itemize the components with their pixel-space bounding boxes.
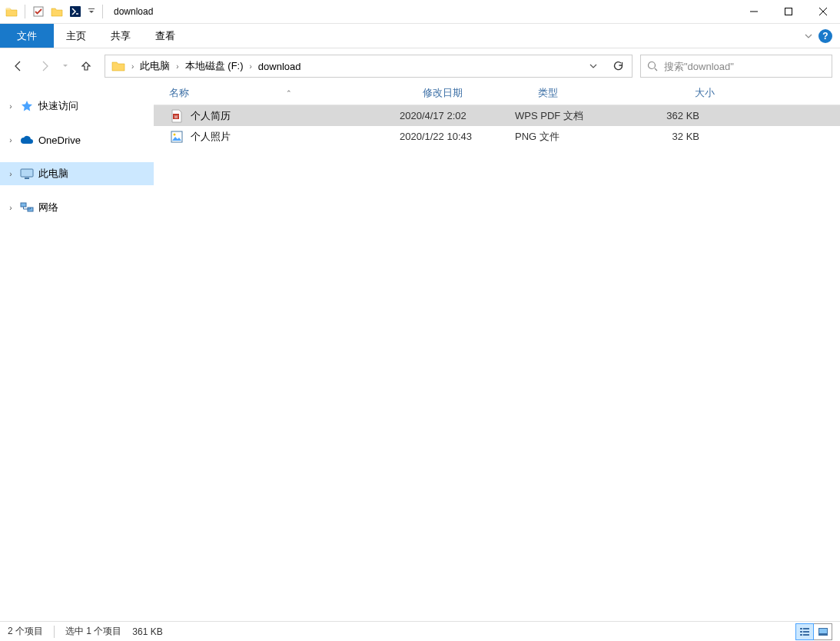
file-name: 个人照片 [191, 130, 231, 144]
search-box[interactable] [640, 55, 832, 78]
file-row[interactable]: W 个人简历 2020/4/17 2:02 WPS PDF 文档 362 KB [154, 105, 840, 126]
chevron-right-icon[interactable]: › [6, 204, 15, 212]
details-view-button[interactable] [795, 623, 814, 640]
nav-label: 网络 [38, 201, 58, 214]
nav-this-pc[interactable]: › 此电脑 [0, 162, 154, 185]
svg-point-12 [174, 133, 176, 135]
chevron-right-icon[interactable]: › [248, 62, 254, 71]
ribbon-tab-file[interactable]: 文件 [0, 24, 54, 48]
svg-rect-13 [800, 628, 802, 629]
svg-rect-15 [800, 631, 802, 633]
column-header-date[interactable]: 修改日期 [423, 86, 538, 100]
navigation-pane: › 快速访问 › OneDrive › 此电脑 › 网络 [0, 81, 154, 621]
checkbox-icon[interactable] [32, 3, 45, 20]
svg-rect-5 [21, 169, 33, 177]
content-pane: 名称 ⌃ 修改日期 类型 大小 W 个人简历 2020/4/17 2:02 WP… [154, 81, 840, 621]
minimize-button[interactable] [736, 0, 771, 24]
powershell-icon[interactable] [68, 3, 82, 20]
star-icon [20, 99, 34, 113]
status-selected-size: 361 KB [132, 626, 162, 637]
up-button[interactable] [75, 55, 97, 77]
file-date: 2020/4/17 2:02 [400, 110, 515, 121]
column-header-type[interactable]: 类型 [538, 86, 653, 100]
ribbon-tab-view[interactable]: 查看 [143, 24, 188, 48]
window-title: download [114, 6, 153, 17]
breadcrumb-drive[interactable]: 本地磁盘 (F:) [182, 58, 247, 75]
status-selected-count: 选中 1 个项目 [65, 625, 121, 638]
svg-rect-16 [803, 631, 809, 633]
svg-point-4 [649, 62, 656, 69]
pc-icon [20, 167, 34, 181]
chevron-right-icon[interactable]: › [6, 136, 15, 144]
file-type: WPS PDF 文档 [515, 109, 630, 123]
address-folder-icon [111, 60, 125, 72]
file-size: 362 KB [630, 110, 699, 121]
navigation-bar: › 此电脑 › 本地磁盘 (F:) › download [0, 51, 840, 81]
nav-label: 快速访问 [38, 99, 78, 113]
file-type: PNG 文件 [515, 130, 630, 144]
recent-dropdown-icon[interactable] [60, 55, 71, 77]
forward-button[interactable] [34, 55, 55, 77]
chevron-right-icon[interactable]: › [6, 170, 15, 178]
file-size: 32 KB [630, 131, 699, 142]
sort-asc-icon: ⌃ [286, 89, 292, 97]
nav-quick-access[interactable]: › 快速访问 [0, 95, 154, 118]
column-header-name[interactable]: 名称 ⌃ [169, 86, 423, 100]
ribbon-tabs: 文件 主页 共享 查看 ? [0, 24, 840, 48]
maximize-button[interactable] [771, 0, 805, 24]
network-icon [20, 201, 34, 214]
address-dropdown-icon[interactable] [583, 55, 604, 77]
status-item-count: 2 个项目 [8, 625, 43, 638]
chevron-right-icon[interactable]: › [130, 62, 135, 71]
svg-rect-3 [785, 8, 792, 15]
thumbnails-view-button[interactable] [814, 623, 832, 640]
search-input[interactable] [664, 61, 825, 72]
address-bar[interactable]: › 此电脑 › 本地磁盘 (F:) › download [105, 55, 632, 78]
refresh-button[interactable] [607, 55, 629, 77]
file-date: 2020/1/22 10:43 [400, 131, 515, 142]
folder-icon [5, 3, 18, 20]
breadcrumb-this-pc[interactable]: 此电脑 [137, 58, 173, 75]
pdf-icon: W [169, 108, 184, 124]
cloud-icon [20, 133, 34, 147]
svg-rect-14 [803, 628, 809, 629]
qat-dropdown-icon[interactable] [87, 3, 96, 20]
breadcrumb-folder[interactable]: download [255, 59, 304, 74]
column-header-size[interactable]: 大小 [653, 86, 722, 100]
file-row[interactable]: 个人照片 2020/1/22 10:43 PNG 文件 32 KB [154, 126, 840, 147]
help-icon[interactable]: ? [818, 29, 832, 43]
title-bar: download [0, 0, 840, 24]
file-list: W 个人简历 2020/4/17 2:02 WPS PDF 文档 362 KB … [154, 105, 840, 621]
search-icon [647, 61, 658, 71]
nav-network[interactable]: › 网络 [0, 196, 154, 219]
folder-small-icon[interactable] [50, 3, 64, 20]
svg-rect-7 [21, 203, 26, 207]
ribbon-tab-home[interactable]: 主页 [54, 24, 98, 48]
ribbon-expand-icon[interactable] [805, 32, 812, 40]
close-button[interactable] [805, 0, 840, 24]
svg-rect-17 [800, 634, 802, 636]
nav-label: 此电脑 [38, 167, 68, 181]
svg-rect-2 [88, 8, 95, 9]
status-bar: 2 个项目 选中 1 个项目 361 KB [0, 621, 840, 641]
back-button[interactable] [8, 55, 29, 77]
file-name: 个人简历 [191, 109, 231, 123]
chevron-right-icon[interactable]: › [174, 62, 180, 71]
image-icon [169, 129, 184, 144]
svg-rect-18 [803, 634, 809, 636]
svg-rect-6 [25, 178, 29, 179]
svg-text:W: W [174, 114, 178, 118]
nav-label: OneDrive [38, 135, 81, 146]
column-headers: 名称 ⌃ 修改日期 类型 大小 [154, 81, 840, 105]
chevron-right-icon[interactable]: › [6, 102, 15, 111]
svg-rect-20 [819, 629, 827, 633]
nav-onedrive[interactable]: › OneDrive [0, 128, 154, 151]
ribbon-tab-share[interactable]: 共享 [98, 24, 143, 48]
